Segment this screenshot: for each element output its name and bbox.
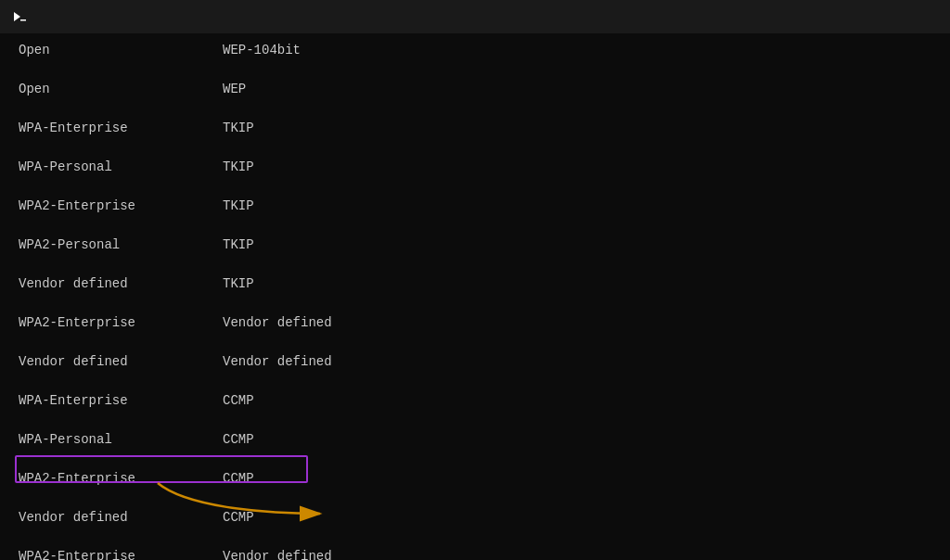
tab-area [46, 15, 87, 19]
svg-rect-2 [20, 19, 26, 21]
title-bar-left [0, 8, 907, 25]
cmd-icon [11, 8, 28, 25]
new-tab-button[interactable] [61, 15, 76, 19]
table-row: OpenWEP-104bit [19, 41, 931, 60]
window: OpenWEP-104bit OpenWEP WPA-EnterpriseTKI… [0, 0, 950, 560]
table-row: Vendor definedTKIP [19, 274, 931, 294]
table-row: WPA2-EnterpriseCCMP [19, 469, 931, 489]
table-row: OpenWEP [19, 80, 931, 99]
table-row: Vendor definedCCMP [19, 508, 931, 528]
table-row: WPA2-EnterpriseVendor defined [19, 547, 931, 560]
terminal-content: OpenWEP-104bit OpenWEP WPA-EnterpriseTKI… [0, 33, 950, 560]
minimize-button[interactable] [907, 0, 950, 33]
window-controls [907, 0, 950, 33]
title-bar [0, 0, 950, 33]
table-row: WPA2-EnterpriseTKIP [19, 197, 931, 216]
tab-dropdown-button[interactable] [76, 15, 87, 19]
table-row: WPA-PersonalCCMP [19, 430, 931, 450]
table-row: WPA-EnterpriseTKIP [19, 119, 931, 138]
terminal-output: OpenWEP-104bit OpenWEP WPA-EnterpriseTKI… [19, 41, 931, 560]
table-row: WPA-EnterpriseCCMP [19, 391, 931, 411]
tab-close-button[interactable] [46, 15, 61, 19]
table-row: Vendor definedVendor defined [19, 352, 931, 372]
table-row: WPA2-EnterpriseVendor defined [19, 313, 931, 333]
table-row: WPA2-PersonalTKIP [19, 235, 931, 255]
table-row: WPA-PersonalTKIP [19, 158, 931, 177]
